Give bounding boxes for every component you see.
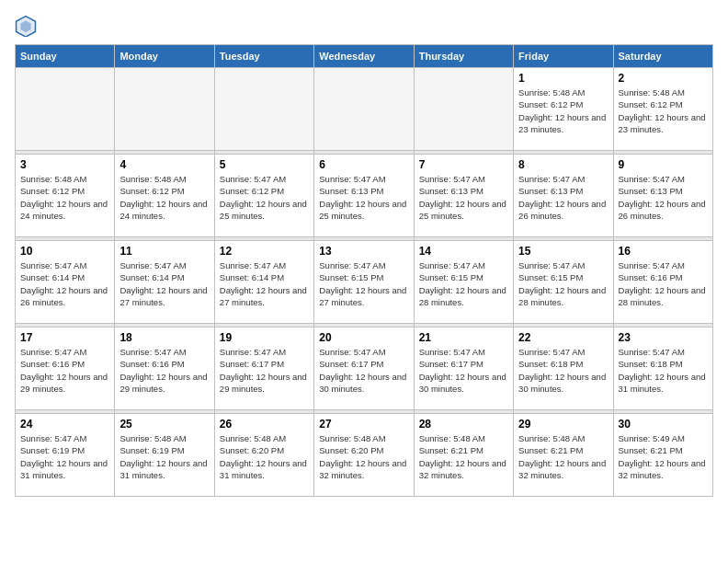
day-info: Sunrise: 5:49 AM Sunset: 6:21 PM Dayligh… [619, 432, 708, 481]
day-info: Sunrise: 5:47 AM Sunset: 6:17 PM Dayligh… [419, 346, 508, 395]
weekday-header: Saturday [613, 45, 712, 68]
calendar-cell: 30Sunrise: 5:49 AM Sunset: 6:21 PM Dayli… [613, 414, 712, 497]
day-info: Sunrise: 5:47 AM Sunset: 6:13 PM Dayligh… [518, 173, 608, 222]
day-info: Sunrise: 5:47 AM Sunset: 6:15 PM Dayligh… [419, 259, 508, 308]
day-info: Sunrise: 5:47 AM Sunset: 6:13 PM Dayligh… [619, 173, 708, 222]
calendar-cell: 19Sunrise: 5:47 AM Sunset: 6:17 PM Dayli… [214, 327, 313, 410]
calendar-cell [214, 68, 313, 151]
day-info: Sunrise: 5:47 AM Sunset: 6:18 PM Dayligh… [518, 346, 608, 395]
day-number: 2 [619, 72, 708, 85]
day-number: 30 [619, 418, 708, 431]
day-info: Sunrise: 5:48 AM Sunset: 6:20 PM Dayligh… [220, 432, 309, 481]
day-number: 12 [220, 245, 309, 258]
calendar-week: 24Sunrise: 5:47 AM Sunset: 6:19 PM Dayli… [16, 414, 713, 497]
day-number: 23 [619, 331, 708, 344]
calendar-cell: 11Sunrise: 5:47 AM Sunset: 6:14 PM Dayli… [115, 241, 214, 324]
calendar-cell: 12Sunrise: 5:47 AM Sunset: 6:14 PM Dayli… [214, 241, 313, 324]
day-info: Sunrise: 5:47 AM Sunset: 6:12 PM Dayligh… [220, 173, 309, 222]
calendar-cell: 5Sunrise: 5:47 AM Sunset: 6:12 PM Daylig… [214, 155, 313, 237]
day-number: 29 [518, 418, 608, 431]
weekday-header: Tuesday [214, 45, 313, 68]
day-info: Sunrise: 5:47 AM Sunset: 6:16 PM Dayligh… [20, 346, 109, 395]
calendar-cell: 17Sunrise: 5:47 AM Sunset: 6:16 PM Dayli… [16, 327, 115, 410]
day-info: Sunrise: 5:47 AM Sunset: 6:17 PM Dayligh… [319, 346, 408, 395]
calendar-cell: 29Sunrise: 5:48 AM Sunset: 6:21 PM Dayli… [514, 414, 613, 497]
day-info: Sunrise: 5:47 AM Sunset: 6:14 PM Dayligh… [20, 259, 109, 308]
day-number: 18 [119, 331, 209, 344]
weekday-header: Thursday [414, 45, 513, 68]
calendar-cell: 18Sunrise: 5:47 AM Sunset: 6:16 PM Dayli… [115, 327, 214, 410]
calendar-cell: 20Sunrise: 5:47 AM Sunset: 6:17 PM Dayli… [314, 327, 414, 410]
day-number: 20 [319, 331, 408, 344]
day-info: Sunrise: 5:47 AM Sunset: 6:14 PM Dayligh… [119, 259, 209, 308]
day-number: 6 [319, 158, 408, 171]
calendar-cell: 4Sunrise: 5:48 AM Sunset: 6:12 PM Daylig… [115, 155, 214, 237]
calendar-cell: 26Sunrise: 5:48 AM Sunset: 6:20 PM Dayli… [214, 414, 313, 497]
calendar-cell: 21Sunrise: 5:47 AM Sunset: 6:17 PM Dayli… [414, 327, 513, 410]
calendar-cell: 24Sunrise: 5:47 AM Sunset: 6:19 PM Dayli… [16, 414, 115, 497]
day-number: 3 [20, 158, 109, 171]
day-number: 25 [119, 418, 209, 431]
calendar-cell: 3Sunrise: 5:48 AM Sunset: 6:12 PM Daylig… [16, 155, 115, 237]
day-number: 22 [518, 331, 608, 344]
day-number: 21 [419, 331, 508, 344]
day-info: Sunrise: 5:47 AM Sunset: 6:18 PM Dayligh… [619, 346, 708, 395]
day-number: 19 [220, 331, 309, 344]
calendar-cell: 2Sunrise: 5:48 AM Sunset: 6:12 PM Daylig… [613, 68, 712, 151]
day-number: 13 [319, 245, 408, 258]
calendar-cell [414, 68, 513, 151]
weekday-header: Monday [115, 45, 214, 68]
calendar-cell: 15Sunrise: 5:47 AM Sunset: 6:15 PM Dayli… [514, 241, 613, 324]
calendar-cell: 16Sunrise: 5:47 AM Sunset: 6:16 PM Dayli… [613, 241, 712, 324]
weekday-header: Sunday [16, 45, 115, 68]
calendar-body: 1Sunrise: 5:48 AM Sunset: 6:12 PM Daylig… [16, 68, 713, 497]
calendar-week: 10Sunrise: 5:47 AM Sunset: 6:14 PM Dayli… [16, 241, 713, 324]
day-number: 15 [518, 245, 608, 258]
day-info: Sunrise: 5:47 AM Sunset: 6:13 PM Dayligh… [419, 173, 508, 222]
calendar-cell [16, 68, 115, 151]
page-header [15, 15, 713, 37]
day-info: Sunrise: 5:47 AM Sunset: 6:17 PM Dayligh… [220, 346, 309, 395]
calendar-cell: 13Sunrise: 5:47 AM Sunset: 6:15 PM Dayli… [314, 241, 414, 324]
calendar-cell: 10Sunrise: 5:47 AM Sunset: 6:14 PM Dayli… [16, 241, 115, 324]
day-info: Sunrise: 5:47 AM Sunset: 6:15 PM Dayligh… [319, 259, 408, 308]
day-info: Sunrise: 5:48 AM Sunset: 6:19 PM Dayligh… [119, 432, 209, 481]
calendar-header: SundayMondayTuesdayWednesdayThursdayFrid… [16, 45, 713, 68]
day-info: Sunrise: 5:48 AM Sunset: 6:12 PM Dayligh… [518, 86, 608, 135]
day-info: Sunrise: 5:48 AM Sunset: 6:21 PM Dayligh… [518, 432, 608, 481]
calendar-cell [115, 68, 214, 151]
calendar-cell: 8Sunrise: 5:47 AM Sunset: 6:13 PM Daylig… [514, 155, 613, 237]
weekday-header: Wednesday [314, 45, 414, 68]
day-number: 16 [619, 245, 708, 258]
calendar-cell: 22Sunrise: 5:47 AM Sunset: 6:18 PM Dayli… [514, 327, 613, 410]
day-number: 10 [20, 245, 109, 258]
calendar-cell: 1Sunrise: 5:48 AM Sunset: 6:12 PM Daylig… [514, 68, 613, 151]
day-number: 14 [419, 245, 508, 258]
day-info: Sunrise: 5:48 AM Sunset: 6:12 PM Dayligh… [119, 173, 209, 222]
day-number: 27 [319, 418, 408, 431]
day-number: 5 [220, 158, 309, 171]
day-number: 24 [20, 418, 109, 431]
day-info: Sunrise: 5:47 AM Sunset: 6:14 PM Dayligh… [220, 259, 309, 308]
calendar-cell: 28Sunrise: 5:48 AM Sunset: 6:21 PM Dayli… [414, 414, 513, 497]
day-number: 28 [419, 418, 508, 431]
calendar-week: 1Sunrise: 5:48 AM Sunset: 6:12 PM Daylig… [16, 68, 713, 151]
calendar-cell: 6Sunrise: 5:47 AM Sunset: 6:13 PM Daylig… [314, 155, 414, 237]
day-number: 8 [518, 158, 608, 171]
calendar-cell: 25Sunrise: 5:48 AM Sunset: 6:19 PM Dayli… [115, 414, 214, 497]
day-info: Sunrise: 5:48 AM Sunset: 6:20 PM Dayligh… [319, 432, 408, 481]
calendar-cell: 9Sunrise: 5:47 AM Sunset: 6:13 PM Daylig… [613, 155, 712, 237]
calendar-cell: 23Sunrise: 5:47 AM Sunset: 6:18 PM Dayli… [613, 327, 712, 410]
day-info: Sunrise: 5:47 AM Sunset: 6:13 PM Dayligh… [319, 173, 408, 222]
day-number: 11 [119, 245, 209, 258]
calendar-cell: 14Sunrise: 5:47 AM Sunset: 6:15 PM Dayli… [414, 241, 513, 324]
logo [15, 15, 40, 37]
weekday-header: Friday [514, 45, 613, 68]
day-info: Sunrise: 5:48 AM Sunset: 6:12 PM Dayligh… [619, 86, 708, 135]
calendar-cell [314, 68, 414, 151]
calendar-cell: 7Sunrise: 5:47 AM Sunset: 6:13 PM Daylig… [414, 155, 513, 237]
calendar-cell: 27Sunrise: 5:48 AM Sunset: 6:20 PM Dayli… [314, 414, 414, 497]
day-info: Sunrise: 5:47 AM Sunset: 6:16 PM Dayligh… [619, 259, 708, 308]
day-number: 17 [20, 331, 109, 344]
calendar-week: 17Sunrise: 5:47 AM Sunset: 6:16 PM Dayli… [16, 327, 713, 410]
